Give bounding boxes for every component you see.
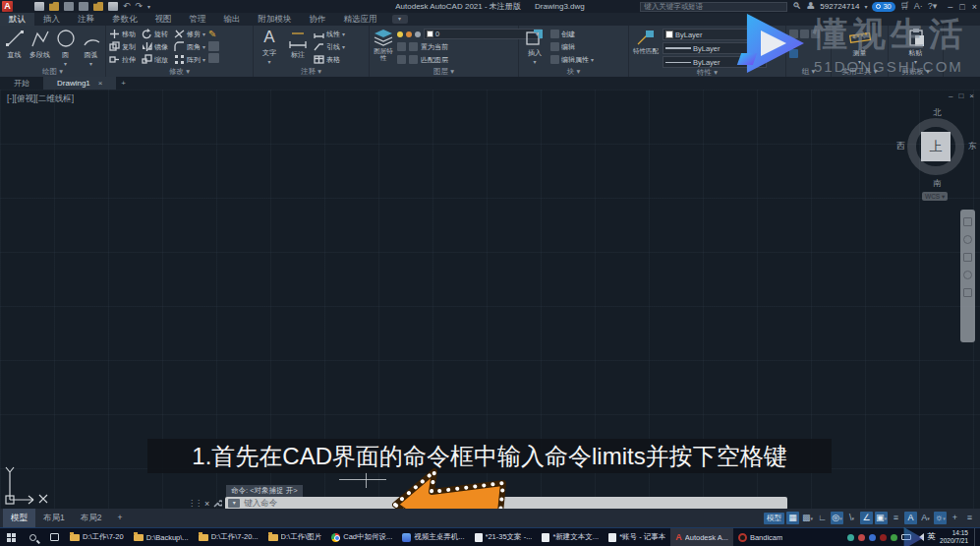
erase-icon[interactable]: ✎ bbox=[208, 29, 219, 39]
linear-dim-tool[interactable]: 线性▾ bbox=[314, 29, 345, 39]
snap-icon[interactable]: ▩▾ bbox=[801, 512, 814, 524]
vp-restore-icon[interactable]: □ bbox=[958, 91, 963, 100]
help-icon[interactable]: ?▾ bbox=[928, 1, 938, 12]
layer-previous-icon[interactable] bbox=[409, 42, 418, 51]
panel-draw-label[interactable]: 绘图 ▾ bbox=[0, 67, 105, 77]
move-tool[interactable]: 移动 bbox=[109, 28, 136, 40]
drawn-line-grip[interactable] bbox=[366, 472, 367, 488]
new-file-icon[interactable] bbox=[34, 2, 44, 11]
layer-properties-tool[interactable]: 图层特性 bbox=[373, 28, 394, 67]
ribbon-tab-annotate[interactable]: 注释 bbox=[69, 13, 103, 26]
tray-app5-icon[interactable] bbox=[891, 534, 897, 541]
tray-app2-icon[interactable] bbox=[858, 534, 865, 541]
file-tab-start[interactable]: 开始 bbox=[0, 77, 43, 90]
taskbar-item-folder2[interactable]: D:\Backup\... bbox=[129, 528, 194, 546]
full-nav-wheel-icon[interactable] bbox=[963, 217, 972, 226]
command-close-icon[interactable]: × bbox=[204, 499, 209, 509]
drawn-line-segment[interactable] bbox=[339, 479, 386, 480]
keyboard-icon[interactable] bbox=[901, 534, 911, 540]
object-snap-icon[interactable]: ▣▾ bbox=[875, 512, 888, 524]
arc-tool[interactable]: 圆弧▾ bbox=[80, 28, 102, 67]
wrench-icon[interactable] bbox=[212, 499, 222, 509]
tray-app4-icon[interactable] bbox=[880, 534, 887, 541]
task-view-button[interactable] bbox=[43, 528, 65, 546]
match-layer-label[interactable]: 匹配图层 bbox=[421, 55, 448, 65]
layer-on-icon[interactable] bbox=[397, 31, 403, 37]
mirror-tool[interactable]: 镜像 bbox=[142, 40, 168, 53]
tab-model[interactable]: 模型 bbox=[3, 509, 35, 527]
rotate-tool[interactable]: 旋转 bbox=[142, 28, 168, 40]
autodesk-a-icon[interactable]: A· bbox=[914, 1, 923, 12]
text-tool[interactable]: A 文字▾ bbox=[257, 28, 282, 67]
ribbon-tab-insert[interactable]: 插入 bbox=[34, 13, 69, 26]
viewcube-south[interactable]: 南 bbox=[933, 178, 942, 190]
undo-icon[interactable]: ↶ bbox=[123, 2, 131, 11]
panel-block-label[interactable]: 块 ▾ bbox=[519, 67, 628, 77]
dimension-tool[interactable]: 标注 bbox=[285, 28, 311, 67]
trim-tool[interactable]: 修剪▾ bbox=[174, 28, 205, 40]
tab-layout2[interactable]: 布局2 bbox=[73, 509, 110, 527]
start-button[interactable] bbox=[0, 528, 22, 546]
autocad-logo-icon[interactable]: A bbox=[2, 1, 13, 12]
viewcube-east[interactable]: 东 bbox=[968, 141, 977, 152]
copy-tool[interactable]: 复制 bbox=[109, 40, 136, 53]
ribbon-tab-featured[interactable]: 精选应用 bbox=[335, 13, 386, 26]
ribbon-tab-collaborate[interactable]: 协作 bbox=[301, 13, 335, 26]
make-current-icon[interactable] bbox=[397, 42, 406, 51]
account-dropdown-icon[interactable]: ▾ bbox=[864, 3, 867, 10]
isodraft-icon[interactable]: \▾ bbox=[845, 512, 858, 524]
pan-icon[interactable] bbox=[963, 235, 972, 244]
ribbon-tab-output[interactable]: 输出 bbox=[215, 13, 250, 26]
zoom-extents-icon[interactable] bbox=[963, 253, 972, 262]
redo-icon[interactable]: ↷ bbox=[136, 2, 144, 11]
cart-icon[interactable]: 🛒︎ bbox=[900, 1, 909, 12]
polyline-tool[interactable]: 多段线 bbox=[29, 28, 51, 67]
ribbon-tab-manage[interactable]: 管理 bbox=[181, 13, 215, 26]
explode-icon[interactable] bbox=[208, 41, 219, 51]
vp-minimize-icon[interactable]: – bbox=[949, 91, 952, 100]
taskbar-item-notepad3[interactable]: *账号 - 记事本 bbox=[604, 528, 670, 546]
tab-layout1[interactable]: 布局1 bbox=[35, 509, 73, 527]
qat-dropdown-icon[interactable]: ▾ bbox=[147, 3, 150, 10]
open-file-icon[interactable] bbox=[49, 2, 59, 11]
search-icon[interactable]: 🔍︎ bbox=[792, 1, 801, 12]
polar-tracking-icon[interactable]: ◎▾ bbox=[831, 512, 843, 524]
taskbar-clock[interactable]: 14:15 2020/7/21 bbox=[940, 529, 968, 545]
input-language-indicator[interactable]: 英 bbox=[928, 531, 937, 543]
new-tab-icon[interactable]: + bbox=[116, 77, 130, 90]
wcs-button[interactable]: WCS ▾ bbox=[922, 192, 948, 201]
volume-icon[interactable] bbox=[915, 533, 924, 541]
match-properties-tool[interactable]: 特性匹配 bbox=[632, 28, 660, 68]
save-icon[interactable] bbox=[64, 2, 74, 11]
command-recent-icon[interactable]: ▾ bbox=[228, 499, 240, 508]
panel-modify-label[interactable]: 修改 ▾ bbox=[106, 67, 253, 77]
taskbar-item-notepad1[interactable]: *21-35文案 -... bbox=[470, 528, 538, 546]
lineweight-display-icon[interactable]: ≡ bbox=[890, 512, 902, 524]
ribbon-options-icon[interactable]: ▾ bbox=[392, 15, 408, 24]
ortho-icon[interactable]: ∟ bbox=[816, 512, 829, 524]
ribbon-tab-parametric[interactable]: 参数化 bbox=[103, 13, 146, 26]
annotation-scale-icon[interactable]: A▾ bbox=[919, 512, 932, 524]
line-tool[interactable]: 直线 bbox=[3, 28, 26, 67]
customization-icon[interactable]: ≡ bbox=[963, 512, 976, 524]
match-layer-icon[interactable] bbox=[397, 55, 406, 64]
navigation-bar[interactable] bbox=[960, 210, 975, 342]
taskbar-item-chrome[interactable]: Cad中如何设... bbox=[326, 528, 397, 546]
table-tool[interactable]: 表格 bbox=[314, 54, 345, 65]
user-icon[interactable]: 👤︎ bbox=[806, 1, 815, 12]
model-space-badge[interactable]: 模型 bbox=[764, 513, 784, 524]
vp-close-icon[interactable]: × bbox=[969, 91, 974, 100]
print-icon[interactable] bbox=[108, 2, 118, 11]
array-tool[interactable]: 阵列▾ bbox=[174, 53, 205, 66]
viewcube[interactable]: 上 北 南 西 东 WCS ▾ bbox=[900, 107, 971, 202]
account-id[interactable]: 592724714 bbox=[820, 2, 859, 11]
tab-close-icon[interactable]: × bbox=[98, 77, 103, 90]
showmotion-icon[interactable] bbox=[963, 288, 972, 297]
create-block-tool[interactable]: 创建 bbox=[550, 29, 594, 39]
insert-block-tool[interactable]: 插入▾ bbox=[522, 28, 548, 67]
taskbar-item-bandicam[interactable]: Bandicam bbox=[733, 528, 787, 546]
taskbar-item-folder1[interactable]: D:\工作\7-20 bbox=[65, 528, 129, 546]
maximize-button[interactable]: □ bbox=[959, 2, 964, 12]
save-as-icon[interactable] bbox=[79, 2, 88, 11]
grid-icon[interactable]: ▦ bbox=[786, 512, 799, 524]
